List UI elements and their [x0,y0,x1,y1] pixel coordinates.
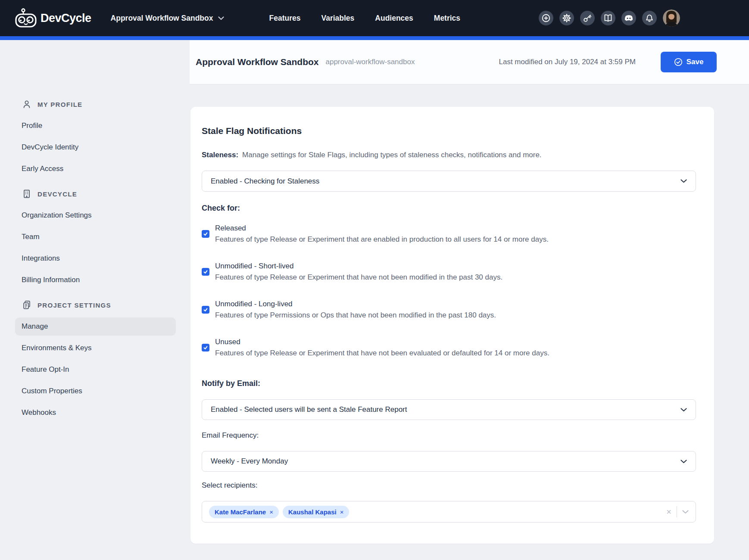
staleness-checks: Released Features of type Release or Exp… [202,223,696,359]
sidebar-item-manage[interactable]: Manage [15,317,176,336]
brand-name: DevCycle [41,12,91,25]
save-button[interactable]: Save [661,52,717,72]
check-icon [203,269,208,274]
project-selector[interactable]: Approval Workflow Sandbox [111,14,225,23]
stale-flag-notifications-card: Stale Flag Notifications Staleness:Manag… [190,107,714,544]
check-icon [203,231,208,236]
settings-sidebar: MY PROFILE Profile DevCycle Identity Ear… [0,40,190,560]
page-header-right: Last modified on July 19, 2024 at 3:59 P… [499,52,717,72]
sidebar-list-devcycle: Organization Settings Team Integrations … [0,206,190,289]
last-modified-text: Last modified on July 19, 2024 at 3:59 P… [499,58,636,66]
clear-recipients-icon[interactable]: × [666,507,671,516]
check-desc: Features of type Release or Experiment t… [215,348,549,359]
recipients-select[interactable]: Kate MacFarlane × Kaushal Kapasi × × [202,501,696,523]
recipient-tag-kate: Kate MacFarlane × [209,506,279,518]
notify-email-select-value: Enabled - Selected users will be sent a … [211,405,407,414]
sidebar-list-my-profile: Profile DevCycle Identity Early Access [0,117,190,178]
gear-icon [562,13,571,23]
check-label: Released [215,223,549,234]
nav-links: Features Variables Audiences Metrics [269,14,460,23]
settings-button[interactable] [559,11,574,25]
check-for-label: Check for: [202,203,696,213]
unused-checkbox[interactable] [202,344,209,352]
divider [677,506,677,517]
check-row-unused: Unused Features of type Release or Exper… [202,336,696,359]
card-title: Stale Flag Notifications [202,126,696,136]
bell-icon [645,13,654,23]
recipient-tag-kaushal: Kaushal Kapasi × [283,506,349,518]
check-icon [203,307,208,312]
sidebar-item-feature-opt-in[interactable]: Feature Opt-In [15,361,176,379]
chevron-down-icon [218,16,224,20]
sidebar-section-project-settings: PROJECT SETTINGS [0,296,190,314]
navbar-icon-group [539,0,680,36]
api-keys-button[interactable] [580,11,595,25]
chevron-down-icon[interactable] [682,510,689,514]
notify-email-select[interactable]: Enabled - Selected users will be sent a … [202,399,696,420]
remove-recipient-icon[interactable]: × [269,509,273,515]
sidebar-item-environments-keys[interactable]: Environments & Keys [15,339,176,357]
nav-link-metrics[interactable]: Metrics [434,14,460,23]
remove-recipient-icon[interactable]: × [340,509,344,515]
user-icon [22,99,32,109]
sidebar-section-label: PROJECT SETTINGS [37,302,111,309]
unmodified-long-checkbox[interactable] [202,306,209,314]
check-row-released: Released Features of type Release or Exp… [202,223,696,245]
sidebar-section-label: DEVCYCLE [37,190,77,198]
check-icon [203,345,208,350]
staleness-label: Staleness: [202,151,238,159]
check-text: Unmodified - Long-lived Features of type… [215,299,496,321]
sidebar-item-billing-information[interactable]: Billing Information [15,271,176,289]
nav-link-variables[interactable]: Variables [321,14,354,23]
devcycle-logo[interactable]: DevCycle [14,8,91,28]
sidebar-list-project-settings: Manage Environments & Keys Feature Opt-I… [0,317,190,422]
sidebar-item-organization-settings[interactable]: Organization Settings [15,206,176,224]
user-avatar[interactable] [663,9,680,27]
chevron-down-icon [680,179,687,183]
unmodified-short-checkbox[interactable] [202,268,209,276]
check-label: Unmodified - Short-lived [215,261,502,272]
staleness-select-value: Enabled - Checking for Staleness [211,177,319,186]
email-frequency-select-value: Weekly - Every Monday [211,457,288,466]
nav-link-features[interactable]: Features [269,14,300,23]
check-label: Unmodified - Long-lived [215,299,496,310]
chevron-down-icon [680,460,687,464]
sidebar-item-webhooks[interactable]: Webhooks [15,404,176,422]
page-title: Approval Workflow Sandbox [196,57,318,67]
check-text: Unmodified - Short-lived Features of typ… [215,261,502,283]
building-icon [22,189,32,199]
top-navbar: DevCycle Approval Workflow Sandbox Featu… [0,0,749,36]
sidebar-item-team[interactable]: Team [15,228,176,246]
create-button[interactable] [539,11,553,25]
plus-circle-icon [541,13,551,23]
sidebar-item-profile[interactable]: Profile [15,117,176,135]
check-desc: Features of type Release or Experiment t… [215,272,502,283]
notifications-button[interactable] [642,11,657,25]
page-header: Approval Workflow Sandbox approval-workf… [190,40,749,84]
staleness-description: Staleness:Manage settings for Stale Flag… [202,150,696,160]
accent-bar [0,36,749,40]
avatar-image [663,9,680,27]
docs-button[interactable] [601,11,615,25]
check-circle-icon [674,58,683,66]
check-text: Unused Features of type Release or Exper… [215,336,549,359]
select-recipients-label: Select recipients: [202,480,696,491]
sidebar-item-early-access[interactable]: Early Access [15,160,176,178]
check-label: Unused [215,336,549,348]
sidebar-item-integrations[interactable]: Integrations [15,249,176,268]
multiselect-controls: × [666,506,689,517]
check-text: Released Features of type Release or Exp… [215,223,549,245]
check-desc: Features of type Permissions or Ops that… [215,310,496,321]
staleness-select[interactable]: Enabled - Checking for Staleness [202,171,696,192]
chevron-down-icon [680,408,687,412]
discord-button[interactable] [621,11,636,25]
email-frequency-select[interactable]: Weekly - Every Monday [202,451,696,472]
nav-link-audiences[interactable]: Audiences [375,14,413,23]
recipient-name: Kate MacFarlane [215,508,266,516]
sidebar-item-devcycle-identity[interactable]: DevCycle Identity [15,138,176,156]
sidebar-section-devcycle: DEVCYCLE [0,185,190,203]
released-checkbox[interactable] [202,230,209,238]
sidebar-item-custom-properties[interactable]: Custom Properties [15,382,176,400]
sidebar-section-my-profile: MY PROFILE [0,95,190,113]
discord-icon [624,13,634,23]
